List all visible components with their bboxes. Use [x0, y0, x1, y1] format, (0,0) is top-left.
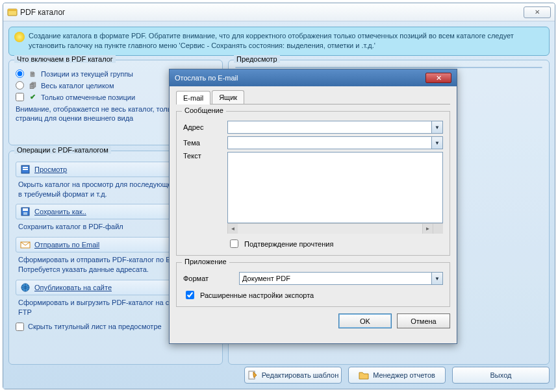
radio-whole-catalog-label: Весь каталог целиком: [41, 82, 114, 90]
svg-rect-6: [23, 208, 28, 211]
op-publish-label: Опубликовать на сайте: [34, 284, 112, 291]
op-save-label: Сохранить как..: [34, 208, 86, 215]
email-dialog: Отослать по E-mail ✕ E-mail Ящик Сообщен…: [169, 69, 457, 344]
radio-current-group-label: Позиции из текущей группы: [41, 70, 133, 78]
edit-template-button[interactable]: Редактировать шаблон: [244, 367, 342, 384]
read-confirm-input[interactable]: [230, 239, 238, 248]
check-marked-only-label: Только отмеченные позиции: [41, 93, 135, 101]
titlebar: PDF каталог ✕: [3, 3, 555, 21]
ok-button[interactable]: OK: [338, 313, 392, 328]
text-row: Текст ◄►: [183, 152, 443, 234]
exit-button[interactable]: Выход: [452, 367, 550, 384]
format-input[interactable]: [240, 273, 431, 284]
subject-row: Тема ▼: [183, 136, 443, 149]
format-combo[interactable]: ▼: [239, 272, 443, 285]
read-confirm-label: Подтверждение прочтения: [244, 240, 333, 248]
check-icon: ✔: [28, 93, 37, 102]
op-email-label: Отправить по Email: [34, 241, 99, 249]
svg-rect-1: [8, 9, 17, 11]
edit-template-label: Редактировать шаблон: [262, 371, 339, 379]
attachment-groupbox: Приложение Формат ▼ Расширенные настройк…: [176, 262, 450, 307]
ops-legend: Операции с PDF-каталогом: [14, 146, 111, 154]
address-combo[interactable]: ▼: [227, 121, 443, 134]
window-title: PDF каталог: [20, 8, 65, 17]
doc-icon: 🗎: [28, 69, 37, 79]
address-label: Адрес: [183, 123, 222, 131]
format-label: Формат: [183, 275, 234, 282]
radio-current-group-input[interactable]: [16, 69, 24, 78]
folder-icon: [359, 370, 369, 380]
tab-email[interactable]: E-mail: [176, 91, 210, 104]
bottom-buttons: Редактировать шаблон Менеджер отчетов Вы…: [8, 367, 550, 384]
dialog-buttons: OK Отмена: [176, 313, 450, 328]
ext-settings-input[interactable]: [186, 291, 194, 299]
include-legend: Что включаем в PDF каталог: [14, 55, 116, 63]
email-tabs: E-mail Ящик: [176, 90, 450, 104]
preview-area: ат. Имеет иерархический: [235, 67, 542, 68]
bulb-icon: [14, 32, 25, 42]
subject-label: Тема: [183, 139, 222, 147]
text-label: Текст: [183, 152, 222, 160]
email-dialog-title: Отослать по E-mail: [175, 74, 238, 82]
dropdown-arrow-icon[interactable]: ▼: [431, 121, 442, 133]
globe-icon: [20, 282, 31, 293]
edit-icon: [247, 370, 258, 380]
email-dialog-close-button[interactable]: ✕: [425, 73, 451, 83]
address-input[interactable]: [228, 121, 431, 133]
message-textarea[interactable]: [227, 152, 443, 223]
svg-rect-4: [23, 169, 28, 170]
hint-panel: Создание каталога в формате PDF. Обратит…: [8, 27, 550, 56]
ext-settings-check[interactable]: Расширенные настройки экспорта: [183, 289, 443, 301]
tab-mailbox[interactable]: Ящик: [212, 90, 244, 104]
preview-legend: Предосмотр: [234, 55, 280, 63]
mail-icon: [20, 239, 31, 250]
email-dialog-body: E-mail Ящик Сообщение Адрес ▼ Тема ▼ Тек…: [170, 86, 457, 335]
report-manager-button[interactable]: Менеджер отчетов: [348, 367, 446, 384]
report-manager-label: Менеджер отчетов: [373, 371, 435, 379]
save-icon: [20, 206, 31, 217]
ext-settings-label: Расширенные настройки экспорта: [200, 291, 314, 299]
svg-rect-7: [23, 212, 27, 215]
hint-text: Создание каталога в формате PDF. Обратит…: [29, 31, 544, 51]
radio-whole-catalog-input[interactable]: [16, 81, 24, 90]
message-legend: Сообщение: [182, 106, 226, 114]
email-dialog-title-blur: [244, 74, 275, 82]
dropdown-arrow-icon[interactable]: ▼: [431, 137, 442, 149]
format-row: Формат ▼: [183, 272, 443, 285]
subject-input[interactable]: [228, 137, 431, 149]
email-dialog-titlebar: Отослать по E-mail ✕: [170, 69, 457, 86]
svg-rect-3: [23, 167, 28, 168]
op-view-label: Просмотр: [34, 165, 67, 173]
window-close-button[interactable]: ✕: [524, 6, 551, 18]
app-icon: [7, 7, 18, 18]
dropdown-arrow-icon[interactable]: ▼: [431, 273, 442, 284]
doc-icon: 🗐: [28, 81, 37, 90]
cancel-button[interactable]: Отмена: [397, 313, 450, 328]
exit-label: Выход: [490, 371, 512, 379]
attachment-legend: Приложение: [182, 258, 229, 265]
check-marked-only-input[interactable]: [16, 93, 24, 101]
read-confirm-check[interactable]: Подтверждение прочтения: [227, 238, 443, 250]
subject-combo[interactable]: ▼: [227, 136, 443, 149]
textarea-horizontal-scrollbar[interactable]: ◄►: [227, 223, 443, 234]
hide-title-check-input[interactable]: [16, 323, 24, 331]
hide-title-label: Скрыть титульный лист на предосмотре: [28, 323, 162, 330]
address-row: Адрес ▼: [183, 121, 443, 134]
view-icon: [20, 164, 31, 175]
message-groupbox: Сообщение Адрес ▼ Тема ▼ Текст ◄►: [176, 111, 450, 256]
